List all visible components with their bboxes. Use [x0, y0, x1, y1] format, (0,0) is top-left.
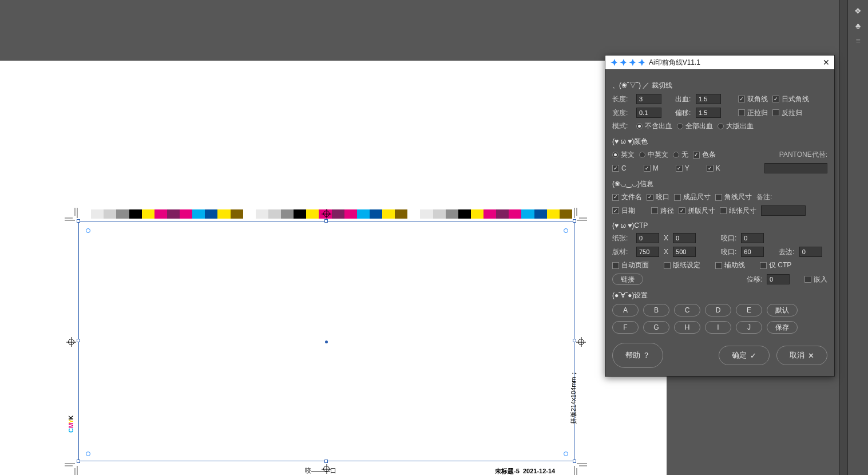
length-label: 长度: — [612, 94, 632, 104]
reg-circle — [86, 452, 90, 456]
tool-icon-3[interactable]: ≡ — [850, 33, 867, 48]
cropmark-tl — [65, 208, 80, 223]
mode-label: 模式: — [612, 121, 632, 131]
panel-title: Ai印前角线V11.1 — [649, 58, 700, 68]
panel-gutter — [839, 0, 847, 475]
lang-en[interactable]: 英文 — [612, 150, 635, 160]
lang-none[interactable]: 无 — [673, 150, 688, 160]
chk-path[interactable]: 路径 — [651, 206, 674, 216]
bite-label: 咬———口 — [305, 466, 336, 475]
length-input[interactable] — [636, 94, 661, 104]
preset-f[interactable]: F — [612, 321, 639, 334]
check-icon: ✓ — [750, 351, 756, 360]
chk-onlyctp[interactable]: 仅 CTP — [760, 260, 791, 270]
offset-label: 偏移: — [675, 108, 691, 118]
chk-m[interactable]: M — [644, 164, 659, 172]
chk-k[interactable]: K — [707, 164, 720, 172]
tool-icon-2[interactable]: ♣ — [850, 18, 867, 33]
canvas-area[interactable]: CMYK 咬———口 未标题-5 2021-12-14 拼版214x104mm； — [0, 61, 667, 475]
handle-tm[interactable] — [324, 219, 328, 223]
offset-input[interactable] — [696, 108, 721, 118]
chk-colorbar[interactable]: 色条 — [693, 150, 716, 160]
chk-corner[interactable]: 角线尺寸 — [715, 192, 752, 202]
remark-input[interactable] — [761, 205, 806, 216]
section-crop-head: 、(❀˘▽˘) ／ 裁切线 — [612, 81, 827, 90]
preset-save[interactable]: 保存 — [767, 321, 798, 334]
mode-none[interactable]: 不含出血 — [636, 121, 672, 131]
reg-circle — [564, 228, 568, 233]
selection-center[interactable] — [325, 341, 328, 343]
section-ctp-head: (♥ ω ♥)CTP — [612, 221, 827, 229]
preset-d[interactable]: D — [705, 304, 731, 316]
panel-titlebar[interactable]: Ai印前角线V11.1 ✕ — [605, 56, 834, 69]
cropmark-bl — [65, 461, 80, 475]
chk-jp-corner[interactable]: 日式角线 — [772, 94, 809, 104]
chk-plateset[interactable]: 版纸设定 — [664, 260, 700, 270]
preset-b[interactable]: B — [643, 304, 669, 316]
imposition-size-label: 拼版214x104mm； — [569, 370, 578, 424]
bite2-label: 咬口: — [721, 247, 736, 257]
chk-fla[interactable]: 反拉归 — [772, 108, 802, 118]
mode-all[interactable]: 全部出血 — [677, 121, 713, 131]
shift-input[interactable] — [767, 274, 790, 284]
titlebar-plane-icons — [610, 58, 645, 66]
close-icon: ✕ — [808, 351, 814, 360]
tool-icon-1[interactable]: ❖ — [850, 3, 867, 18]
chk-autopage[interactable]: 自动页面 — [612, 260, 649, 270]
chk-impo[interactable]: 拼版尺寸 — [679, 206, 715, 216]
regmark-right — [578, 339, 584, 345]
chk-c[interactable]: C — [612, 164, 627, 172]
chk-zla[interactable]: 正拉归 — [738, 108, 768, 118]
section-color-head: (♥ ω ♥)颜色 — [612, 137, 827, 147]
preset-i[interactable]: I — [705, 321, 731, 334]
chk-embed[interactable]: 嵌入 — [804, 275, 827, 284]
pantone-input[interactable] — [764, 163, 827, 173]
preset-e[interactable]: E — [736, 304, 762, 316]
chk-filename[interactable]: 文件名 — [612, 192, 642, 202]
preset-a[interactable]: A — [612, 304, 639, 316]
chk-finish[interactable]: 成品尺寸 — [674, 192, 711, 202]
preset-default[interactable]: 默认 — [767, 304, 798, 316]
paper-label: 纸张: — [612, 233, 632, 243]
handle-bm[interactable] — [324, 460, 328, 463]
trim-input[interactable] — [799, 247, 822, 257]
cropmark-br — [572, 461, 587, 475]
handle-ml[interactable] — [77, 339, 80, 342]
preset-h[interactable]: H — [674, 321, 700, 334]
lang-cnen[interactable]: 中英文 — [639, 150, 668, 160]
link-button[interactable]: 链接 — [612, 274, 643, 285]
x2-input[interactable] — [673, 247, 696, 257]
bite2-input[interactable] — [741, 247, 764, 257]
cmyk-label: CMYK — [68, 415, 74, 433]
bleed-label: 出血: — [675, 94, 691, 104]
help-button[interactable]: 帮助 ？ — [612, 343, 663, 368]
width-input[interactable] — [636, 108, 661, 118]
plate-input[interactable] — [636, 247, 659, 257]
cancel-button[interactable]: 取消 ✕ — [776, 346, 827, 365]
bite1-input[interactable] — [741, 233, 764, 243]
x1-input[interactable] — [673, 233, 696, 243]
mode-big[interactable]: 大版出血 — [718, 121, 754, 131]
trim-label: 去边: — [779, 247, 794, 257]
bleed-input[interactable] — [696, 94, 721, 104]
ok-button[interactable]: 确定 ✓ — [719, 346, 770, 365]
chk-guide[interactable]: 辅助线 — [715, 260, 745, 270]
chk-y[interactable]: Y — [676, 164, 689, 172]
chk-date[interactable]: 日期 — [612, 206, 635, 216]
x-label: X — [664, 234, 668, 242]
paper-input[interactable] — [636, 233, 659, 243]
chk-bite[interactable]: 咬口 — [647, 192, 669, 202]
shift-label: 位移: — [747, 275, 762, 284]
section-settings-head: (●˘∀˘●)设置 — [612, 291, 827, 300]
preset-g[interactable]: G — [643, 321, 669, 334]
section-info-head: (❀◡‿◡)信息 — [612, 179, 827, 189]
x2-label: X — [664, 248, 668, 256]
footer-filename: 未标题-5 2021-12-14 — [495, 467, 555, 475]
chk-double-corner[interactable]: 双角线 — [738, 94, 768, 104]
close-icon[interactable]: ✕ — [823, 58, 830, 67]
preset-j[interactable]: J — [736, 321, 762, 334]
preset-c[interactable]: C — [674, 304, 700, 316]
width-label: 宽度: — [612, 108, 632, 118]
chk-paper[interactable]: 纸张尺寸 — [720, 206, 756, 216]
plugin-panel: Ai印前角线V11.1 ✕ 、(❀˘▽˘) ／ 裁切线 长度: 出血: 双角线 … — [605, 55, 835, 377]
